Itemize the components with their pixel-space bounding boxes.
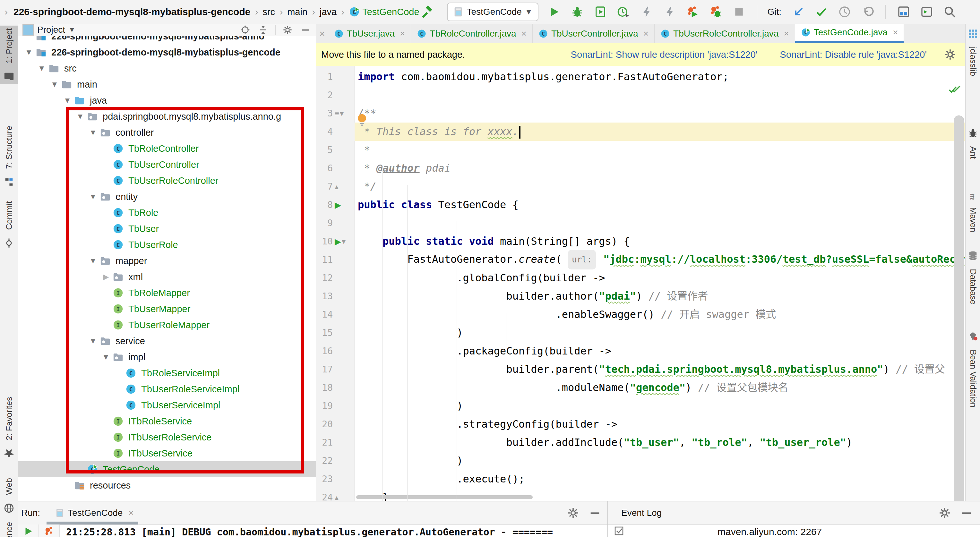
breadcrumb-item[interactable]: CTestGenCode [349,6,419,17]
tree-item-tbuserserviceimpl[interactable]: CTbUserServiceImpl [18,397,316,413]
close-icon[interactable]: × [522,29,527,39]
inspection-status-check-icon[interactable] [948,84,961,95]
tree-item-tbrolemapper[interactable]: ITbRoleMapper [18,285,316,301]
gear-icon[interactable] [282,24,294,36]
code-line-17[interactable]: 17 builder.parent("tech.pdai.springboot.… [316,360,965,378]
close-icon[interactable]: × [316,24,328,43]
code-editor[interactable]: 1import com.baomidou.mybatisplus.generat… [316,66,965,501]
code-line-22[interactable]: 22 ) [316,452,965,470]
editor-tab-testgencode-java[interactable]: CTestGenCode.java× [795,24,904,43]
search-icon[interactable] [942,5,957,19]
tree-item-src[interactable]: ▼src [18,60,316,76]
close-icon[interactable]: × [893,27,898,38]
profiler-icon[interactable] [616,5,631,19]
code-line-20[interactable]: 20 .strategyConfig(builder -> [316,415,965,434]
debug-button-icon[interactable] [570,5,585,19]
editor-vertical-scrollbar[interactable] [954,116,964,501]
code-line-4[interactable]: 4 * This class is for xxxx. [316,122,965,141]
code-line-21[interactable]: 21 builder.addInclude("tb_user", "tb_rol… [316,434,965,452]
fold-open-icon[interactable]: ▾ [342,238,345,245]
event-log-title[interactable]: Event Log [621,508,662,518]
close-icon[interactable]: × [784,29,789,39]
tree-item-main[interactable]: ▼main [18,76,316,92]
profile-run-icon[interactable] [686,5,700,19]
code-line-9[interactable]: 9 [316,214,965,232]
vcs-commit-check-icon[interactable] [814,5,829,19]
checkbox-icon[interactable] [608,524,630,536]
code-line-12[interactable]: 12 .globalConfig(builder -> [316,269,965,287]
vcs-update-icon[interactable] [791,5,806,19]
console-rerun-icon[interactable] [18,524,39,537]
gear-icon[interactable] [937,505,952,520]
code-line-19[interactable]: 19 ) [316,397,965,415]
tree-item-tbuserrolecontroller[interactable]: CTbUserRoleController [18,173,316,189]
tree-item-tbuserrole[interactable]: CTbUserRole [18,237,316,253]
code-line-15[interactable]: 15 ) [316,324,965,342]
run-line-icon[interactable]: ▶ [335,201,341,209]
close-icon[interactable]: × [128,508,134,518]
tree-expand-arrow-open[interactable]: ▼ [87,192,99,201]
toolwindow-button-commit[interactable]: Commit [0,199,18,251]
hide-panel-icon[interactable] [587,505,602,520]
hide-panel-icon[interactable] [299,24,312,36]
toolwindow-button-2-favorites[interactable]: 2: Favorites [0,394,18,461]
code-line-2[interactable]: 2 [316,86,965,104]
stop-icon[interactable] [732,5,746,19]
code-line-7[interactable]: 7▴ */ [316,177,965,196]
vcs-history-clock-icon[interactable] [837,5,852,19]
code-line-10[interactable]: 10▶▾ public static void main(String[] ar… [316,232,965,251]
run-button-icon[interactable] [547,5,562,19]
code-line-8[interactable]: 8▶public class TestGenCode { [316,196,965,214]
fold-open-icon[interactable]: ▾ [340,110,344,118]
tabs-list-chevron-icon[interactable] [956,24,965,43]
code-line-5[interactable]: 5 * [316,141,965,159]
toolwindow-button-bean-validation[interactable]: Bean Validation [966,329,980,410]
tree-item-impl[interactable]: ▼impl [18,349,316,365]
console-profiler-icon[interactable] [39,524,60,537]
select-opened-file-icon[interactable] [239,24,251,36]
tree-item-resources[interactable]: resources [18,477,316,493]
tree-item-service[interactable]: ▼service [18,333,316,349]
tree-expand-arrow-open[interactable]: ▼ [74,112,87,121]
close-icon[interactable]: × [643,29,649,39]
hide-panel-icon[interactable] [959,505,974,520]
tree-expand-arrow-open[interactable]: ▼ [87,337,99,345]
editor-tab-tbuser-java[interactable]: CTbUser.java× [328,24,411,43]
toolwindow-button-stence[interactable]: stence [0,520,18,537]
editor-tab-tbrolecontroller-java[interactable]: CTbRoleController.java× [411,24,533,43]
tree-item-controller[interactable]: ▼controller [18,124,316,140]
tree-expand-arrow-open[interactable]: ▼ [61,96,74,105]
tree-expand-arrow-open[interactable]: ▼ [99,353,112,362]
banner-gear-icon[interactable] [943,47,958,62]
toolwindow-button-1-project[interactable]: 1: Project [0,25,18,84]
code-line-3[interactable]: 3≡▾/** [316,104,965,122]
code-line-23[interactable]: 23 .execute(); [316,470,965,488]
profile-debug-icon[interactable] [708,5,723,19]
collapse-all-icon[interactable] [257,24,269,36]
toolwindow-button-jclasslib[interactable]: jclasslib [966,26,980,79]
tree-item-itbuserservice[interactable]: IITbUserService [18,445,316,461]
code-line-13[interactable]: 13 builder.author("pdai") // 设置作者 [316,287,965,305]
toolwindow-button-7-structure[interactable]: 7: Structure [0,123,18,189]
run-tab[interactable]: TestGenCode × [52,501,136,524]
code-line-16[interactable]: 16 .packageConfig(builder -> [316,342,965,360]
tree-expand-arrow-open[interactable]: ▼ [35,64,48,73]
code-line-18[interactable]: 18 .moduleName("gencode") // 设置父包模块名 [316,378,965,397]
tree-expand-arrow-open[interactable]: ▼ [22,48,35,57]
toolwindows-icon[interactable] [896,5,911,19]
editor-tab-tbuserrolecontroller-java[interactable]: CTbUserRoleController.java× [655,24,795,43]
chevron-down-icon[interactable]: ▼ [68,25,75,34]
sonarlint-disable-rule-link[interactable]: SonarLint: Disable rule 'java:S1220' [780,49,927,60]
breadcrumb-item[interactable]: java [320,7,337,17]
tree-item-pdai-springboot-mysql8-mybatisplus-anno-g[interactable]: ▼pdai.springboot.mysql8.mybatisplus.anno… [18,108,316,124]
tree-item-tbrole[interactable]: CTbRole [18,205,316,221]
tree-item-entity[interactable]: ▼entity [18,189,316,205]
editor-tab-tbusercontroller-java[interactable]: CTbUserController.java× [533,24,655,43]
tree-expand-arrow-closed[interactable]: ▶ [99,272,112,281]
sonarlint-show-rule-link[interactable]: SonarLint: Show rule description 'java:S… [571,49,757,60]
tree-item-mapper[interactable]: ▼mapper [18,253,316,269]
tree-item-xml[interactable]: ▶xml [18,269,316,285]
toolwindow-button-maven[interactable]: mMaven [966,187,980,235]
breadcrumb-item[interactable]: 226-springboot-demo-mysql8-mybatisplus-g… [13,6,250,17]
tree-item-tbuserroleserviceimpl[interactable]: CTbUserRoleServiceImpl [18,381,316,397]
